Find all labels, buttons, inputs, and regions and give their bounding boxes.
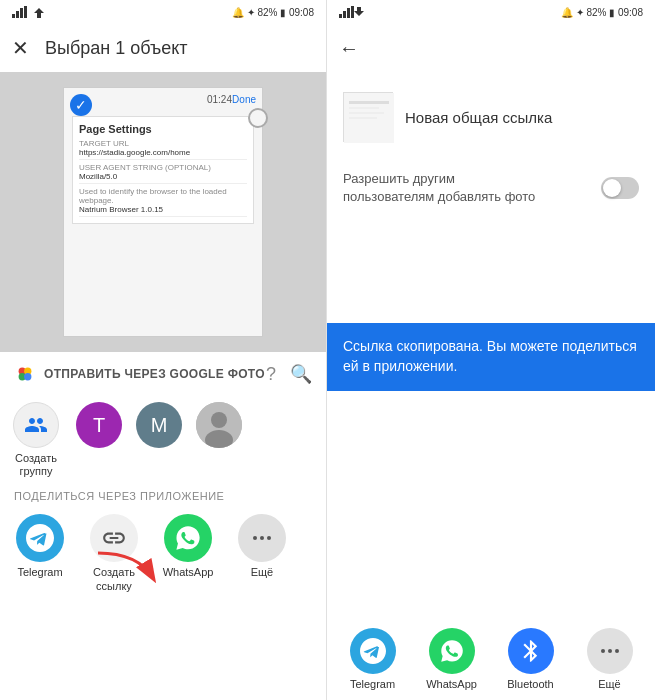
bottom-app-bluetooth[interactable]: Bluetooth [495,628,566,690]
bottom-app-whatsapp[interactable]: WhatsApp [416,628,487,690]
google-photos-actions: ? 🔍 [266,363,312,385]
app-create-link[interactable]: Создатьссылку [84,514,144,592]
bottom-more-label: Ещё [598,678,621,690]
group-add-label: Создать группу [10,452,62,478]
left-top-bar: ✕ Выбран 1 объект [0,24,326,72]
whatsapp-label: WhatsApp [163,566,214,579]
create-link-icon [90,514,138,562]
svg-point-25 [608,649,612,653]
google-photos-icon [14,363,36,385]
svg-rect-18 [351,6,354,18]
bottom-whatsapp-icon [429,628,475,674]
preview-time: 01:24 [207,94,232,105]
bottom-bluetooth-icon [508,628,554,674]
svg-point-11 [253,536,257,540]
link-copied-banner: Ссылка скопирована. Вы можете поделиться… [327,323,655,390]
svg-rect-0 [12,14,15,18]
back-button[interactable]: ← [339,37,359,60]
svg-rect-15 [339,14,342,18]
telegram-label: Telegram [17,566,62,579]
right-main-content: Новая общая ссылка Разрешить другим поль… [327,72,655,323]
bottom-telegram-label: Telegram [350,678,395,690]
svg-rect-21 [349,107,379,109]
bottom-bluetooth-label: Bluetooth [507,678,553,690]
toggle-knob [603,179,621,197]
left-status-bar: 🔔 ✦ 82% ▮ 09:08 [0,0,326,24]
whatsapp-icon [164,514,212,562]
app-telegram[interactable]: Telegram [10,514,70,579]
selected-checkbox: ✓ [70,94,92,116]
field1-label: TARGET URL [79,139,247,148]
share-link-title: Новая общая ссылка [405,109,552,126]
svg-rect-20 [349,101,389,104]
google-photos-left: ОТПРАВИТЬ ЧЕРЕЗ GOOGLE ФОТО [14,363,265,385]
contact-t[interactable]: T [76,402,122,452]
svg-point-26 [615,649,619,653]
google-photos-text: ОТПРАВИТЬ ЧЕРЕЗ GOOGLE ФОТО [44,367,265,381]
page-settings-card: Page Settings TARGET URL https://stadia.… [72,116,254,224]
contact-m-avatar: M [136,402,182,448]
group-add-avatar [13,402,59,448]
preview-card: ✓ 01:24 Done Page Settings TARGET URL ht… [63,87,263,337]
contact-group-add[interactable]: Создать группу [10,402,62,478]
status-right: 🔔 ✦ 82% ▮ 09:08 [232,7,314,18]
svg-point-7 [24,373,31,380]
right-status-right: 🔔 ✦ 82% ▮ 09:08 [561,7,643,18]
field2-desc: Used to identify the browser to the load… [79,187,247,205]
toggle-row: Разрешить другим пользователям добавлять… [343,166,639,210]
svg-point-9 [211,412,227,428]
contact-photo[interactable] [196,402,242,448]
more-label: Ещё [251,566,274,579]
share-link-card: Новая общая ссылка [343,84,639,150]
svg-point-12 [260,536,264,540]
right-status-left [339,6,399,18]
section-header: ПОДЕЛИТЬСЯ ЧЕРЕЗ ПРИЛОЖЕНИЕ [0,484,326,506]
status-signal [12,6,46,18]
app-whatsapp[interactable]: WhatsApp [158,514,218,579]
bottom-apps-row: Telegram WhatsApp Bluetooth Ещё [327,618,655,700]
contact-m[interactable]: M [136,402,182,452]
svg-point-24 [601,649,605,653]
spacer [327,391,655,618]
bottom-app-telegram[interactable]: Telegram [337,628,408,690]
field2-label: USER AGENT STRING (OPTIONAL) [79,163,247,172]
bottom-more-icon [587,628,633,674]
svg-rect-3 [24,6,27,18]
bottom-app-more[interactable]: Ещё [574,628,645,690]
right-top-bar: ← [327,24,655,72]
apps-row: Telegram Создатьссылку WhatsApp [0,506,326,600]
field3-value: Natrium Browser 1.0.15 [79,205,247,217]
screenshot-preview: ✓ 01:24 Done Page Settings TARGET URL ht… [0,72,326,352]
telegram-icon [16,514,64,562]
close-button[interactable]: ✕ [12,36,29,60]
google-photos-row: ОТПРАВИТЬ ЧЕРЕЗ GOOGLE ФОТО ? 🔍 [0,352,326,396]
bottom-whatsapp-label: WhatsApp [426,678,477,690]
svg-rect-22 [349,112,384,114]
more-icon [238,514,286,562]
toggle-switch[interactable] [601,177,639,199]
preview-done: Done [232,94,256,105]
right-panel: 🔔 ✦ 82% ▮ 09:08 ← Новая общая ссылка Раз… [327,0,655,700]
svg-rect-23 [349,117,377,119]
toggle-label: Разрешить другим пользователям добавлять… [343,170,543,206]
svg-rect-16 [343,11,346,18]
search-icon[interactable]: 🔍 [290,363,312,385]
contact-photo-avatar [196,402,242,448]
page-settings-title: Page Settings [79,123,247,135]
right-status-bar: 🔔 ✦ 82% ▮ 09:08 [327,0,655,24]
left-panel: 🔔 ✦ 82% ▮ 09:08 ✕ Выбран 1 объект ✓ 01:2… [0,0,327,700]
bottom-telegram-icon [350,628,396,674]
question-icon[interactable]: ? [266,364,276,385]
svg-rect-17 [347,8,350,18]
share-link-thumbnail [343,92,393,142]
field1-value: https://stadia.google.com/home [79,148,247,160]
create-link-label: Создатьссылку [93,566,135,592]
page-title: Выбран 1 объект [45,38,188,59]
apps-section: Telegram Создатьссылку WhatsApp [0,506,326,600]
contacts-row: Создать группу T M [0,396,326,484]
svg-rect-2 [20,8,23,18]
svg-point-13 [267,536,271,540]
preview-circle [248,108,268,128]
app-more[interactable]: Ещё [232,514,292,579]
contact-t-avatar: T [76,402,122,448]
